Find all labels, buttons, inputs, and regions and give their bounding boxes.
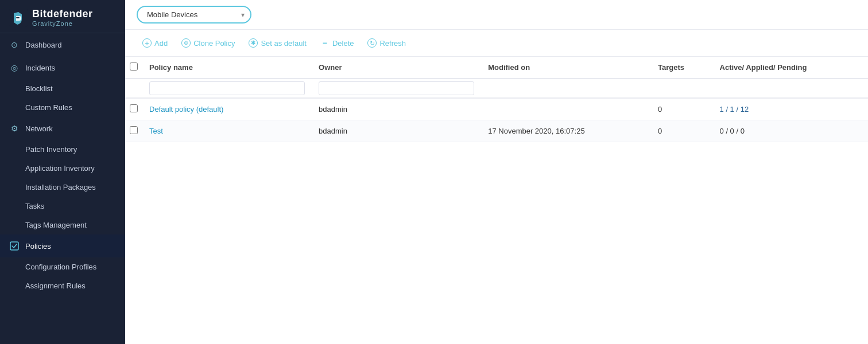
row-checkbox[interactable]	[130, 126, 138, 134]
sidebar-item-network[interactable]: ⚙ Network	[0, 117, 125, 140]
sidebar-item-label: Dashboard	[25, 41, 62, 49]
table-header-row: Policy name Owner Modified on Targets Ac…	[125, 57, 868, 79]
filter-policy-name-input[interactable]	[149, 81, 305, 95]
col-targets: Targets	[651, 57, 713, 79]
sidebar-item-policies[interactable]: Policies	[0, 234, 125, 257]
bitdefender-logo-icon	[9, 9, 28, 27]
row-targets: 0	[651, 120, 713, 142]
filter-owner	[312, 79, 481, 98]
row-targets: 0	[651, 98, 713, 120]
refresh-icon: ↻	[367, 38, 377, 48]
table-body: Default policy (default) bdadmin 0 1 / 1…	[125, 98, 868, 142]
toolbar: + Add ⊚ Clone Policy ✱ Set as default − …	[125, 30, 868, 57]
row-owner: bdadmin	[312, 120, 481, 142]
refresh-label: Refresh	[379, 39, 406, 48]
sidebar-item-label: Application Inventory	[25, 164, 95, 173]
sidebar-item-assignment-rules[interactable]: Assignment Rules	[0, 276, 125, 295]
row-modified-on: 17 November 2020, 16:07:25	[481, 120, 651, 142]
set-as-default-button[interactable]: ✱ Set as default	[243, 36, 312, 50]
sidebar-item-label: Blocklist	[25, 84, 53, 93]
device-type-dropdown[interactable]: Mobile Devices Computers Virtual Machine…	[137, 6, 251, 24]
clone-policy-button[interactable]: ⊚ Clone Policy	[176, 36, 241, 50]
sidebar-item-installation-packages[interactable]: Installation Packages	[0, 178, 125, 197]
sidebar-item-patch-inventory[interactable]: Patch Inventory	[0, 140, 125, 159]
sidebar-item-blocklist[interactable]: Blocklist	[0, 79, 125, 98]
policy-name-link[interactable]: Default policy (default)	[149, 105, 223, 114]
policies-table-wrap: Policy name Owner Modified on Targets Ac…	[125, 57, 868, 344]
delete-button[interactable]: − Delete	[315, 36, 360, 50]
select-all-checkbox[interactable]	[130, 62, 138, 71]
table-row: Default policy (default) bdadmin 0 1 / 1…	[125, 98, 868, 120]
filter-policy-name	[142, 79, 312, 98]
sidebar-logo: Bitdefender GravityZone	[0, 0, 125, 33]
col-active-applied-pending: Active/ Applied/ Pending	[713, 57, 868, 79]
sidebar-item-tasks[interactable]: Tasks	[0, 197, 125, 216]
clone-icon: ⊚	[181, 38, 191, 48]
device-type-dropdown-wrap: Mobile Devices Computers Virtual Machine…	[137, 6, 251, 24]
col-owner: Owner	[312, 57, 481, 79]
row-policy-name: Test	[142, 120, 312, 142]
col-policy-name: Policy name	[142, 57, 312, 79]
svg-rect-1	[16, 17, 20, 18]
row-checkbox-cell	[125, 98, 142, 120]
sidebar-item-label: Policies	[25, 242, 51, 251]
main-header: Mobile Devices Computers Virtual Machine…	[125, 0, 868, 30]
sidebar-item-label: Network	[25, 124, 53, 133]
row-active-applied-pending: 0 / 0 / 0	[713, 120, 868, 142]
sidebar-item-label: Assignment Rules	[25, 282, 86, 290]
add-icon: +	[142, 38, 152, 48]
sidebar-item-configuration-profiles[interactable]: Configuration Profiles	[0, 257, 125, 276]
policy-name-link[interactable]: Test	[149, 127, 163, 135]
row-modified-on	[481, 98, 651, 120]
delete-label: Delete	[332, 39, 354, 48]
sidebar-item-label: Patch Inventory	[25, 145, 77, 154]
sidebar-item-incidents[interactable]: ◎ Incidents	[0, 56, 125, 79]
add-label: Add	[154, 39, 168, 48]
refresh-button[interactable]: ↻ Refresh	[362, 36, 412, 50]
delete-icon: −	[320, 38, 330, 48]
policies-icon	[9, 241, 20, 251]
policies-table: Policy name Owner Modified on Targets Ac…	[125, 57, 868, 142]
select-all-checkbox-header	[125, 57, 142, 79]
network-icon: ⚙	[9, 123, 20, 134]
row-owner: bdadmin	[312, 98, 481, 120]
setdefault-icon: ✱	[249, 38, 258, 48]
clone-label: Clone Policy	[193, 39, 235, 48]
row-checkbox-cell	[125, 120, 142, 142]
row-checkbox[interactable]	[130, 104, 138, 112]
incidents-icon: ◎	[9, 62, 20, 73]
dashboard-icon: ⊙	[9, 40, 20, 50]
col-modified-on: Modified on	[481, 57, 651, 79]
sidebar-item-custom-rules[interactable]: Custom Rules	[0, 98, 125, 117]
table-row: Test bdadmin 17 November 2020, 16:07:25 …	[125, 120, 868, 142]
logo-brand: Bitdefender	[32, 8, 93, 20]
sidebar-item-label: Custom Rules	[25, 103, 72, 112]
sidebar-item-label: Tasks	[25, 202, 44, 210]
svg-rect-2	[10, 242, 18, 250]
row-policy-name: Default policy (default)	[142, 98, 312, 120]
sidebar-item-dashboard[interactable]: ⊙ Dashboard	[0, 33, 125, 56]
sidebar-item-label: Configuration Profiles	[25, 263, 96, 271]
row-active-applied-pending: 1 / 1 / 12	[713, 98, 868, 120]
logo-sub: GravityZone	[32, 20, 93, 27]
setdefault-label: Set as default	[261, 39, 307, 48]
main-content: Mobile Devices Computers Virtual Machine…	[125, 0, 868, 344]
sidebar-item-application-inventory[interactable]: Application Inventory	[0, 159, 125, 178]
sidebar: Bitdefender GravityZone ⊙ Dashboard ◎ In…	[0, 0, 125, 344]
table-filter-row	[125, 79, 868, 98]
sidebar-item-label: Installation Packages	[25, 183, 96, 191]
logo-text: Bitdefender GravityZone	[32, 8, 93, 27]
sidebar-item-tags-management[interactable]: Tags Management	[0, 216, 125, 234]
sidebar-item-label: Tags Management	[25, 221, 87, 229]
filter-owner-input[interactable]	[319, 81, 474, 95]
sidebar-item-label: Incidents	[25, 64, 55, 72]
add-button[interactable]: + Add	[137, 36, 173, 50]
